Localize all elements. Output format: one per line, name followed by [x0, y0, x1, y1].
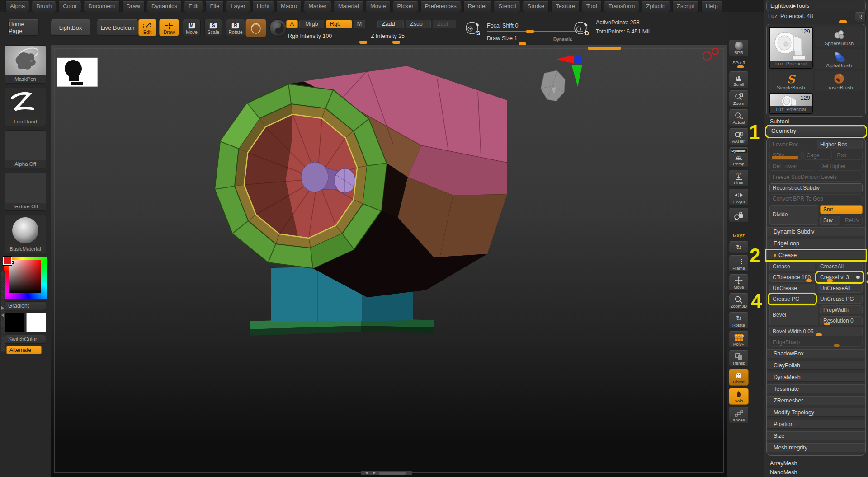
zoom3d-button[interactable]: Zoom3D [729, 293, 749, 310]
alpha-brush-item[interactable]: AlphaBrush [815, 49, 863, 69]
ctolerance-knob[interactable] [806, 279, 812, 282]
nanomesh-section-header[interactable]: NanoMesh [766, 468, 866, 477]
r-button[interactable]: R [855, 12, 866, 22]
del-lower-button[interactable]: Del Lower [769, 162, 815, 171]
edgesharp-track[interactable] [772, 346, 860, 346]
lsym-button[interactable]: L.Sym [729, 189, 749, 206]
draw-mode-button[interactable]: Draw [159, 19, 179, 36]
resolution-track[interactable] [823, 324, 860, 324]
focal-shift-slider[interactable]: Focal Shift 0 [487, 23, 518, 29]
crease-section[interactable]: Crease 2 [767, 251, 865, 260]
rgb-intensity-slider[interactable]: Rgb Intensity 100 [288, 33, 332, 39]
ctolerance-slider[interactable]: CTolerance 180 [769, 273, 815, 282]
rgb-intensity-knob[interactable] [359, 41, 367, 44]
canvas-top-scrollbar[interactable] [588, 47, 621, 50]
modify-topology-section[interactable]: Modify Topology [767, 408, 865, 417]
menu-edit[interactable]: Edit [184, 1, 203, 12]
claypolish-section[interactable]: ClayPolish [767, 361, 865, 370]
current-alpha-thumbnail[interactable]: Alpha Off [5, 130, 46, 168]
crease-button[interactable]: Crease [769, 262, 815, 271]
zremesher-section[interactable]: ZRemesher [767, 396, 865, 405]
bevel-width-slider[interactable]: Bevel Width 0.05 [769, 327, 863, 336]
spix-knob[interactable] [737, 65, 744, 68]
current-alpha-button[interactable] [269, 19, 287, 37]
rgb-intensity-track[interactable] [288, 42, 369, 42]
zadd-toggle[interactable]: Zadd [377, 20, 404, 28]
ghost-button[interactable]: Ghost [729, 369, 749, 386]
bevel-button[interactable]: Bevel [769, 305, 818, 325]
menu-dynamics[interactable]: Dynamics [147, 1, 182, 12]
menu-texture[interactable]: Texture [551, 1, 580, 12]
position-section[interactable]: Position [767, 420, 865, 429]
crease-lvl-slider[interactable]: CreaseLvl 3 3 [817, 273, 863, 282]
switch-color-button[interactable]: SwitchColor [5, 335, 46, 344]
bpr-render-button[interactable]: BPR [729, 40, 749, 56]
alternate-button[interactable]: Alternate [6, 346, 42, 354]
menu-document[interactable]: Document [84, 1, 119, 12]
crease-lvl-track[interactable] [820, 281, 860, 281]
edit-mode-button[interactable]: Edit [138, 19, 156, 36]
smt-toggle[interactable]: Smt [820, 205, 863, 214]
tessimate-section[interactable]: Tessimate [767, 384, 865, 393]
uncrease-pg-button[interactable]: UnCrease PG [817, 295, 863, 304]
primary-color-swatch[interactable] [5, 313, 24, 332]
menu-render[interactable]: Render [463, 1, 492, 12]
polyframe-button[interactable]: Line Fill PolyF [729, 331, 749, 348]
current-color-swatch[interactable] [3, 257, 12, 265]
bevel-width-track[interactable] [772, 335, 860, 335]
cage-button[interactable]: Cage [803, 151, 832, 160]
saturation-value-square[interactable] [9, 260, 41, 293]
higher-res-button[interactable]: Higher Res [817, 140, 863, 149]
persp-button[interactable]: Dynamic Persp [729, 147, 749, 168]
crease-lvl-knob[interactable] [827, 279, 833, 282]
actual-button[interactable]: x1 Actual [729, 109, 749, 126]
draw-size-d-icon-button[interactable]: D [572, 19, 591, 37]
meshintegrity-section[interactable]: MeshIntegrity [767, 443, 865, 452]
menu-preferences[interactable]: Preferences [420, 1, 461, 12]
menu-help[interactable]: Help [701, 1, 722, 12]
menu-tool[interactable]: Tool [582, 1, 602, 12]
stroke-s-icon-button[interactable]: S [464, 19, 483, 37]
bevel-width-knob[interactable] [816, 333, 822, 336]
aahalf-button[interactable]: AAHalf [729, 128, 749, 145]
menu-alpha[interactable]: Alpha [5, 1, 29, 12]
home-page-button[interactable]: Home Page [8, 19, 39, 36]
dynamic-subdiv-section[interactable]: Dynamic Subdiv [767, 227, 865, 236]
current-material-thumbnail[interactable]: BasicMaterial [5, 215, 46, 253]
canvas-bottom-scrollbar[interactable] [361, 471, 412, 475]
ctolerance-track[interactable] [772, 281, 812, 281]
sdiv-slider[interactable]: SDiv [769, 151, 802, 160]
suv-toggle[interactable]: Suv [820, 216, 840, 225]
rstr-button[interactable]: Rstr [834, 151, 863, 160]
current-stroke-thumbnail[interactable]: FreeHand [5, 88, 46, 126]
menu-color[interactable]: Color [58, 1, 81, 12]
draw-size-track[interactable] [487, 44, 583, 44]
menu-stroke[interactable]: Stroke [523, 1, 549, 12]
menu-marker[interactable]: Marker [304, 1, 331, 12]
spix-slider[interactable]: SPix 3 [729, 59, 749, 69]
cycle-button[interactable]: ↻ [729, 241, 749, 253]
a-toggle[interactable]: A [286, 20, 298, 28]
spix-track[interactable] [730, 67, 748, 67]
menu-material[interactable]: Material [334, 1, 363, 12]
gradient-button[interactable]: Gradient [5, 301, 46, 310]
focal-shift-track[interactable] [487, 31, 583, 32]
rgb-toggle[interactable]: Rgb [326, 20, 352, 28]
current-stroke-button[interactable] [245, 19, 266, 37]
crease-all-button[interactable]: CreaseAll [817, 262, 863, 271]
menu-zscript[interactable]: Zscript [672, 1, 699, 12]
sphere-brush-item[interactable]: SphereBrush [815, 27, 863, 47]
color-picker[interactable] [4, 257, 47, 299]
floor-button[interactable]: x y z Floor [729, 170, 749, 187]
edgeloop-section[interactable]: EdgeLoop [767, 239, 865, 248]
scale-mode-button[interactable]: S Scale [204, 19, 222, 36]
size-section[interactable]: Size [767, 431, 865, 440]
uncrease-button[interactable]: UnCrease [769, 284, 815, 293]
menu-draw[interactable]: Draw [122, 1, 145, 12]
current-brush-thumbnail[interactable]: MaskPen [5, 45, 46, 84]
z-intensity-track[interactable] [371, 42, 454, 42]
arraymesh-section-header[interactable]: ArrayMesh [766, 458, 866, 468]
gxyz-button[interactable]: Gxyz [729, 231, 749, 239]
crease-pg-button[interactable]: Crease PG 4 [769, 295, 815, 304]
menu-picker[interactable]: Picker [393, 1, 418, 12]
